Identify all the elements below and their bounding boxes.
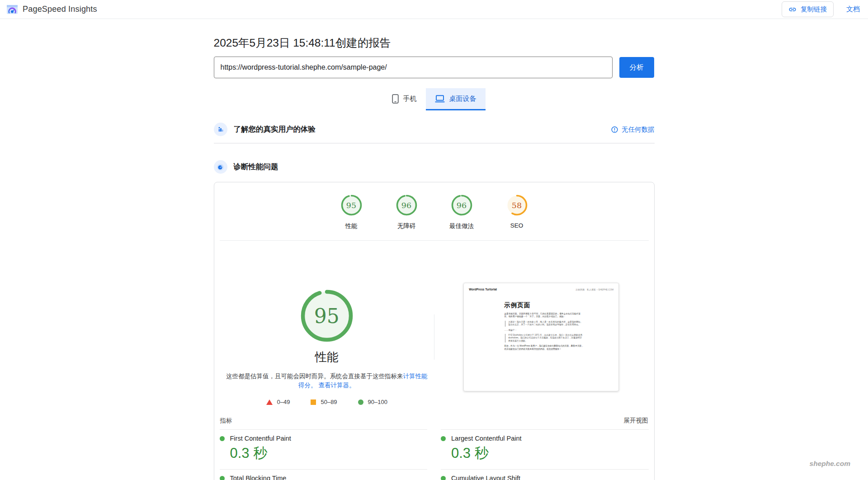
metric-cumulative-layout-shift[interactable]: Cumulative Layout Shift 0: [441, 469, 649, 480]
main-content: 2025年5月23日 15:48:11创建的报告 分析 手机 桌面设备: [214, 35, 655, 480]
metric-name: Cumulative Layout Shift: [451, 475, 520, 480]
gauge-description: 这些都是估算值，且可能会因时而异。系统会直接基于这些指标来计算性能得分。 查看计…: [225, 372, 429, 390]
performance-score-label: 性能: [345, 222, 358, 230]
app-title: PageSpeed Insights: [23, 5, 97, 14]
report-title: 2025年5月23日 15:48:11创建的报告: [214, 35, 655, 50]
device-tabs: 手机 桌面设备: [214, 88, 655, 109]
url-row: 分析: [214, 57, 655, 78]
metric-name: Largest Contentful Paint: [451, 435, 522, 442]
view-calculator-link[interactable]: 查看计算器。: [318, 382, 355, 389]
performance-score-value: 95: [340, 194, 363, 216]
thumb-paragraph: 这是示例页面。页面和博客文章不同，它的位置是固定的，通常会在站点导航栏显示。很多…: [504, 313, 584, 318]
category-performance[interactable]: 95 性能: [324, 194, 379, 230]
gauge-and-screenshot: 95 性能 这些都是估算值，且可能会因时而异。系统会直接基于这些指标来计算性能得…: [220, 241, 649, 405]
good-metric-dot-icon: [220, 436, 225, 441]
url-input[interactable]: [214, 57, 613, 78]
page-screenshot-thumbnail[interactable]: WordPress Turtorial 示例页面 私人博客 – SHEPHE.C…: [463, 283, 619, 391]
thumb-blockquote: XYZ Doohickey 公司成立于 1971 年，自从建立以来，我们一直向社…: [505, 334, 584, 342]
best-practices-score-value: 96: [451, 194, 473, 216]
seo-score-value: 58: [506, 194, 528, 216]
legend-poor: 0–49: [266, 399, 290, 405]
header-actions: 复制链接 文档: [782, 1, 860, 17]
tab-desktop[interactable]: 桌面设备: [426, 88, 486, 109]
good-metric-dot-icon: [441, 476, 446, 480]
average-range-marker-icon: [311, 399, 316, 405]
link-icon: [788, 5, 797, 14]
metrics-grid: First Contentful Paint 0.3 秒 Largest Con…: [220, 429, 649, 480]
category-accessibility[interactable]: 96 无障碍: [379, 194, 434, 230]
metrics-label: 指标: [220, 417, 232, 425]
metric-name: Total Blocking Time: [230, 475, 287, 480]
docs-link[interactable]: 文档: [846, 5, 860, 14]
poor-range-marker-icon: [266, 399, 273, 405]
category-seo[interactable]: 58 SEO: [489, 194, 544, 230]
metric-first-contentful-paint[interactable]: First Contentful Paint 0.3 秒: [220, 429, 428, 463]
no-data-link[interactable]: 无任何数据: [611, 125, 655, 134]
field-data-section-header: 了解您的真实用户的体验 无任何数据: [214, 123, 655, 136]
average-range-label: 50–89: [321, 399, 337, 405]
performance-big-gauge: 95: [301, 290, 353, 342]
screenshot-column: WordPress Turtorial 示例页面 私人博客 – SHEPHE.C…: [434, 241, 649, 405]
accessibility-score-gauge: 96: [396, 194, 418, 216]
thumb-site-name: WordPress Turtorial: [469, 288, 497, 291]
thumb-paragraph: 而您，作为一位 WordPress 新用户，我们建议您前往删除站点的页面，删除本…: [504, 345, 584, 351]
category-best-practices[interactable]: 96 最佳做法: [434, 194, 489, 230]
good-range-marker-icon: [358, 399, 363, 405]
big-gauge-label: 性能: [315, 349, 339, 365]
legend-average: 50–89: [311, 399, 337, 405]
thumb-site-meta: 示例页面 私人博客 – SHEPHE.COM: [576, 288, 613, 291]
diagnostics-section-header: 诊断性能问题: [214, 160, 655, 174]
section-divider: [214, 143, 655, 143]
tab-desktop-label: 桌面设备: [449, 95, 476, 103]
app-header: PageSpeed Insights 复制链接 文档: [0, 0, 868, 19]
good-metric-dot-icon: [220, 476, 225, 480]
seo-score-gauge: 58: [506, 194, 528, 216]
metric-value: 0.3 秒: [451, 444, 649, 463]
real-user-experience-icon: [214, 123, 227, 136]
accessibility-score-value: 96: [396, 194, 418, 216]
thumb-page-body: 示例页面 这是示例页面。页面和博客文章不同，它的位置是固定的，通常会在站点导航栏…: [504, 301, 584, 351]
diagnose-performance-icon: [214, 160, 227, 174]
metric-name: First Contentful Paint: [230, 435, 291, 442]
good-range-label: 90–100: [368, 399, 387, 405]
accessibility-score-label: 无障碍: [397, 222, 416, 230]
best-practices-score-gauge: 96: [451, 194, 473, 216]
copy-link-button[interactable]: 复制链接: [782, 1, 834, 17]
thumb-blockquote: 大家好！我白天是一名快递小哥，晚上是一名有抱负的魔术师，这是我的网站。我住在北京…: [505, 321, 584, 327]
legend-good: 90–100: [358, 399, 387, 405]
gauge-description-text: 这些都是估算值，且可能会因时而异。系统会直接基于这些指标来: [226, 373, 403, 380]
performance-gauge-column: 95 性能 这些都是估算值，且可能会因时而异。系统会直接基于这些指标来计算性能得…: [220, 241, 434, 405]
expand-view-link[interactable]: 展开视图: [624, 417, 648, 425]
no-data-label: 无任何数据: [622, 125, 655, 134]
phone-icon: [392, 94, 399, 104]
column-separator: [434, 314, 434, 360]
thumb-site-header: WordPress Turtorial 示例页面 私人博客 – SHEPHE.C…: [464, 283, 618, 291]
metric-total-blocking-time[interactable]: Total Blocking Time 0 毫秒: [220, 469, 428, 480]
tab-mobile-label: 手机: [403, 95, 417, 103]
field-data-section-title: 了解您的真实用户的体验: [234, 124, 316, 134]
analyze-button[interactable]: 分析: [619, 57, 654, 78]
tab-mobile[interactable]: 手机: [383, 88, 426, 109]
thumb-page-title: 示例页面: [504, 301, 584, 309]
score-legend: 0–49 50–89 90–100: [266, 399, 387, 405]
thumb-paragraph: ……或这个：: [504, 329, 584, 332]
performance-score-gauge: 95: [340, 194, 363, 216]
site-watermark: shephe.com: [810, 460, 850, 468]
good-metric-dot-icon: [441, 436, 446, 441]
copy-link-label: 复制链接: [801, 5, 827, 14]
poor-range-label: 0–49: [277, 399, 290, 405]
pagespeed-logo-icon: [6, 4, 18, 15]
lab-report-card: 95 性能 96 无障碍: [214, 182, 655, 480]
diagnostics-section-title: 诊断性能问题: [234, 162, 278, 172]
metric-value: 0.3 秒: [230, 444, 428, 463]
metric-largest-contentful-paint[interactable]: Largest Contentful Paint 0.3 秒: [441, 429, 649, 463]
best-practices-score-label: 最佳做法: [449, 222, 474, 230]
metrics-header: 指标 展开视图: [220, 417, 649, 425]
seo-score-label: SEO: [510, 222, 524, 229]
desktop-icon: [435, 95, 445, 103]
category-scores-row: 95 性能 96 无障碍: [220, 194, 649, 230]
big-gauge-score-value: 95: [301, 290, 353, 342]
brand[interactable]: PageSpeed Insights: [6, 4, 97, 15]
info-icon: [611, 126, 618, 133]
